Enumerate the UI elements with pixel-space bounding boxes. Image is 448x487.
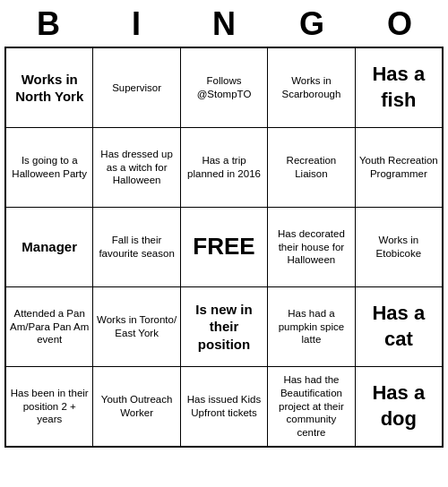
bingo-cell-2-3: Has decorated their house for Halloween	[268, 208, 355, 286]
bingo-cell-1-0: Is going to a Halloween Party	[6, 128, 93, 207]
bingo-cell-4-0: Has been in their position 2 + years	[6, 367, 93, 446]
bingo-cell-1-4: Youth Recreation Programmer	[356, 128, 442, 207]
bingo-cell-0-4: Has a fish	[356, 48, 442, 127]
bingo-cell-0-2: Follows @StompTO	[181, 48, 268, 127]
bingo-cell-3-3: Has had a pumpkin spice latte	[268, 287, 355, 366]
title-i: I	[98, 5, 175, 43]
bingo-cell-0-3: Works in Scarborough	[268, 48, 355, 127]
bingo-cell-3-2: Is new in their position	[181, 287, 268, 366]
bingo-cell-2-2: FREE	[181, 208, 268, 286]
bingo-title: B I N G O	[4, 0, 444, 47]
bingo-cell-0-0: Works in North York	[6, 48, 93, 127]
bingo-row-0: Works in North YorkSupervisorFollows @St…	[6, 48, 442, 128]
bingo-row-4: Has been in their position 2 + yearsYout…	[6, 367, 442, 446]
bingo-cell-0-1: Supervisor	[93, 48, 180, 127]
bingo-cell-4-4: Has a dog	[356, 367, 442, 446]
bingo-cell-4-3: Has had the Beautification project at th…	[268, 367, 355, 446]
bingo-cell-1-3: Recreation Liaison	[268, 128, 355, 207]
bingo-row-2: ManagerFall is their favourite seasonFRE…	[6, 208, 442, 287]
bingo-cell-4-1: Youth Outreach Worker	[93, 367, 180, 446]
bingo-grid: Works in North YorkSupervisorFollows @St…	[4, 47, 444, 448]
bingo-cell-2-4: Works in Etobicoke	[356, 208, 442, 286]
title-b: B	[10, 5, 87, 43]
bingo-row-3: Attended a Pan Am/Para Pan Am eventWorks…	[6, 287, 442, 367]
bingo-cell-1-1: Has dressed up as a witch for Halloween	[93, 128, 180, 207]
bingo-cell-3-0: Attended a Pan Am/Para Pan Am event	[6, 287, 93, 366]
title-o: O	[361, 5, 438, 43]
bingo-cell-2-1: Fall is their favourite season	[93, 208, 180, 286]
bingo-row-1: Is going to a Halloween PartyHas dressed…	[6, 128, 442, 208]
bingo-cell-2-0: Manager	[6, 208, 93, 286]
bingo-cell-4-2: Has issued Kids Upfront tickets	[181, 367, 268, 446]
title-g: G	[273, 5, 350, 43]
bingo-cell-1-2: Has a trip planned in 2016	[181, 128, 268, 207]
bingo-cell-3-1: Works in Toronto/ East York	[93, 287, 180, 366]
title-n: N	[185, 5, 263, 43]
bingo-cell-3-4: Has a cat	[356, 287, 442, 366]
